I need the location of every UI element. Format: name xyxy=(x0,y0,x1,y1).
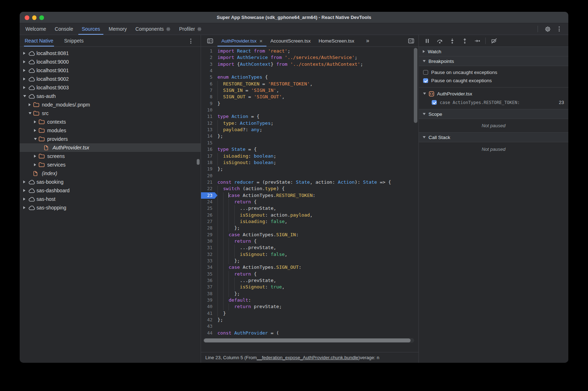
code-line[interactable]: 6RESTORE_TOKEN = 'RESTORE_TOKEN', xyxy=(201,81,418,87)
code-line[interactable]: 32isSignout: false, xyxy=(201,251,418,258)
line-number[interactable]: 44 xyxy=(201,330,217,336)
code-line[interactable]: 42}; xyxy=(201,317,418,323)
code-text[interactable]: type State = { xyxy=(217,146,257,153)
expand-arrow-icon[interactable] xyxy=(29,103,33,106)
tree-item[interactable]: services xyxy=(20,160,201,169)
expand-arrow-icon[interactable] xyxy=(23,198,28,201)
tree-item[interactable]: localhost:9003 xyxy=(20,83,201,92)
code-line[interactable]: 26isSignout: action.payload, xyxy=(201,212,418,218)
pause-uncaught-row[interactable]: Pause on uncaught exceptions xyxy=(419,68,568,76)
line-number[interactable]: 11 xyxy=(201,113,217,120)
tree-item[interactable]: localhost:9001 xyxy=(20,66,201,75)
code-text[interactable]: switch (action.type) { xyxy=(217,185,285,192)
tree-item[interactable]: localhost:9000 xyxy=(20,58,201,66)
code-text[interactable]: return { xyxy=(217,199,257,205)
code-text[interactable]: return { xyxy=(217,271,257,277)
tree-item[interactable]: AuthProvider.tsx xyxy=(20,143,201,152)
navigator-tab-react-native[interactable]: React Native xyxy=(25,35,53,46)
line-number[interactable]: 8 xyxy=(201,94,217,100)
call-stack-section-header[interactable]: Call Stack xyxy=(419,133,568,142)
step-into-icon[interactable] xyxy=(449,38,455,44)
code-line[interactable]: 23case ActionTypes.RESTORE_TOKEN: xyxy=(201,192,418,199)
tree-item[interactable]: src xyxy=(20,109,201,118)
tree-item[interactable]: screens xyxy=(20,152,201,160)
code-line[interactable]: 34case ActionTypes.SIGN_OUT: xyxy=(201,264,418,271)
code-line[interactable]: 5enum ActionTypes { xyxy=(201,74,418,80)
expand-arrow-icon[interactable] xyxy=(23,180,28,183)
code-text[interactable]: }; xyxy=(217,291,240,297)
tree-item[interactable]: providers xyxy=(20,135,201,143)
code-line[interactable]: 2import AuthService from '../services/Au… xyxy=(201,54,418,61)
line-number[interactable]: 29 xyxy=(201,232,217,238)
line-number[interactable]: 3 xyxy=(201,61,217,68)
line-number[interactable]: 27 xyxy=(201,218,217,225)
breakpoint-line-marker[interactable]: 23 xyxy=(201,192,217,199)
code-text[interactable]: import React from 'react'; xyxy=(217,48,290,54)
line-number[interactable]: 17 xyxy=(201,153,217,159)
breakpoints-section-header[interactable]: Breakpoints xyxy=(419,56,568,66)
tab-welcome[interactable]: Welcome xyxy=(21,23,50,35)
code-text[interactable]: ...prevState, xyxy=(217,277,276,284)
line-number[interactable]: 24 xyxy=(201,199,217,205)
code-line[interactable]: 31...prevState, xyxy=(201,244,418,251)
sidebar-scrollbar-thumb[interactable] xyxy=(197,159,200,165)
code-text[interactable]: case ActionTypes.SIGN_OUT: xyxy=(217,264,302,271)
line-number[interactable]: 32 xyxy=(201,251,217,258)
tree-item[interactable]: sas-dashboard xyxy=(20,186,201,195)
line-number[interactable]: 26 xyxy=(201,212,217,218)
code-line[interactable]: 15 xyxy=(201,140,418,146)
code-text[interactable]: } xyxy=(217,100,220,107)
tree-item[interactable]: modules xyxy=(20,126,201,135)
pause-script-icon[interactable] xyxy=(424,38,430,44)
code-text[interactable]: case ActionTypes.SIGN_IN: xyxy=(217,232,299,238)
expand-arrow-icon[interactable] xyxy=(23,60,28,63)
line-number[interactable]: 39 xyxy=(201,297,217,303)
line-number[interactable]: 36 xyxy=(201,277,217,284)
code-text[interactable]: isLoading: false, xyxy=(217,218,288,225)
breakpoint-file-row[interactable]: AuthProvider.tsx xyxy=(419,89,568,98)
code-line[interactable]: 30return { xyxy=(201,238,418,244)
editor-tab-accountscreen.tsx[interactable]: AccountScreen.tsx xyxy=(266,35,315,46)
line-number[interactable]: 18 xyxy=(201,159,217,166)
tree-item[interactable]: localhost:9002 xyxy=(20,75,201,83)
code-text[interactable]: }; xyxy=(217,133,223,139)
code-line[interactable]: 18isSignout: boolean; xyxy=(201,159,418,166)
deactivate-breakpoints-icon[interactable] xyxy=(491,38,497,44)
code-line[interactable]: 37isSignout: true, xyxy=(201,284,418,290)
line-number[interactable]: 6 xyxy=(201,81,217,87)
expand-arrow-icon[interactable] xyxy=(34,163,39,166)
code-text[interactable]: SIGN_OUT = 'SIGN_OUT', xyxy=(217,94,285,100)
code-text[interactable]: const AuthProvider = ( xyxy=(217,330,279,336)
tree-item[interactable]: sas-auth xyxy=(20,92,201,100)
code-text[interactable]: }; xyxy=(217,225,240,231)
editor-horizontal-scrollbar[interactable] xyxy=(203,338,414,343)
pause-caught-row[interactable]: Pause on caught exceptions xyxy=(419,76,568,85)
code-line[interactable]: 22switch (action.type) { xyxy=(201,185,418,192)
collapse-arrow-icon[interactable] xyxy=(34,138,39,140)
code-text[interactable]: import {AuthContext} from '../contexts/A… xyxy=(217,61,363,68)
expand-arrow-icon[interactable] xyxy=(34,129,39,132)
tab-memory[interactable]: Memory xyxy=(104,23,131,35)
code-text[interactable]: SIGN_IN = 'SIGN_IN', xyxy=(217,87,279,94)
line-number[interactable]: 31 xyxy=(201,244,217,251)
code-line[interactable]: 38}; xyxy=(201,291,418,297)
line-number[interactable]: 38 xyxy=(201,291,217,297)
editor-tab-homescreen.tsx[interactable]: HomeScreen.tsx xyxy=(315,35,358,46)
tab-sources[interactable]: Sources xyxy=(77,23,104,35)
hide-navigator-icon[interactable] xyxy=(205,35,215,46)
pause-caught-checkbox[interactable] xyxy=(423,78,428,83)
close-window-button[interactable] xyxy=(25,15,29,20)
code-line[interactable]: 33}; xyxy=(201,258,418,264)
code-line[interactable]: 4 xyxy=(201,68,418,74)
tree-item[interactable]: localhost:8081 xyxy=(20,49,201,58)
code-text[interactable]: isSignout: false, xyxy=(217,251,288,258)
code-text[interactable]: type Action = { xyxy=(217,113,259,120)
code-line[interactable]: 16type State = { xyxy=(201,146,418,153)
line-number[interactable]: 34 xyxy=(201,264,217,271)
code-line[interactable]: 14}; xyxy=(201,133,418,139)
code-line[interactable]: 7SIGN_IN = 'SIGN_IN', xyxy=(201,87,418,94)
code-text[interactable]: const reducer = (prevState: State, actio… xyxy=(217,179,391,185)
watch-section-header[interactable]: Watch xyxy=(419,47,568,56)
line-number[interactable]: 10 xyxy=(201,107,217,113)
code-line[interactable]: 21const reducer = (prevState: State, act… xyxy=(201,179,418,185)
